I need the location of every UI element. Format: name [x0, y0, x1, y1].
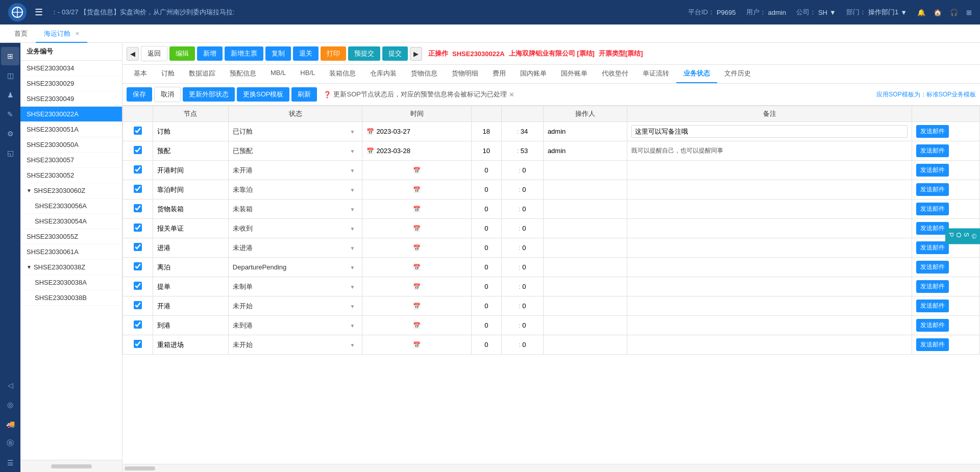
send-email-button[interactable]: 发送邮件: [916, 300, 949, 312]
calendar-icon[interactable]: 📅: [413, 206, 421, 213]
status-select[interactable]: 已预配: [233, 147, 358, 155]
date-cell[interactable]: 📅: [362, 277, 471, 296]
edit-button[interactable]: 编辑: [169, 46, 195, 61]
sub-tab-foreign-bill[interactable]: 国外账单: [554, 65, 595, 83]
sub-tab-fee[interactable]: 费用: [485, 65, 513, 83]
sub-tab-cargo-info[interactable]: 货物信息: [404, 65, 445, 83]
date-cell[interactable]: 📅: [362, 200, 471, 219]
nav-item[interactable]: SHSE23030034: [20, 61, 122, 76]
date-cell[interactable]: 📅: [362, 161, 471, 180]
status-select[interactable]: 未收到: [233, 225, 358, 232]
change-sop-button[interactable]: 更换SOP模板: [237, 87, 289, 102]
nav-item[interactable]: SHSE23030061A: [20, 244, 122, 260]
pre-submit-button[interactable]: 预提交: [348, 46, 380, 61]
date-cell[interactable]: 📅: [362, 180, 471, 200]
status-select[interactable]: 未靠泊: [233, 186, 358, 193]
status-select[interactable]: 未开始: [233, 341, 358, 349]
row-checkbox[interactable]: [134, 320, 142, 329]
nav-item-expandable[interactable]: ▼ SHSE23030060Z: [20, 183, 122, 198]
note-cell[interactable]: [627, 238, 912, 258]
copy-button[interactable]: 复制: [265, 46, 291, 61]
note-cell[interactable]: [627, 277, 912, 296]
sop-tab[interactable]: ©SOP: [945, 228, 980, 244]
sub-tab-track[interactable]: 数据追踪: [182, 65, 223, 83]
cancel-button[interactable]: 取消: [154, 87, 181, 102]
status-select[interactable]: 未装箱: [233, 205, 358, 213]
send-email-button[interactable]: 发送邮件: [916, 338, 949, 351]
bottom-scrollbar[interactable]: [122, 464, 980, 472]
note-input[interactable]: [631, 125, 908, 138]
row-checkbox[interactable]: [134, 282, 142, 290]
company-dropdown-icon[interactable]: ▼: [829, 9, 836, 16]
status-cell[interactable]: DeparturePending: [228, 258, 362, 277]
note-cell[interactable]: [627, 200, 912, 219]
nav-item[interactable]: SHSE23030050A: [20, 137, 122, 153]
nav-item-expandable[interactable]: ▼ SHSE23030038Z: [20, 260, 122, 275]
calendar-icon[interactable]: 📅: [413, 341, 421, 349]
date-cell[interactable]: 📅2023-03-28: [362, 141, 471, 161]
note-cell[interactable]: 既可以提醒自己，也可以提醒同事: [627, 141, 912, 161]
note-cell[interactable]: [627, 316, 912, 335]
note-cell[interactable]: [627, 335, 912, 355]
status-select[interactable]: 未开港: [233, 166, 358, 174]
sub-tab-mbl[interactable]: MB/L: [263, 65, 293, 83]
prev-button[interactable]: ◀: [127, 47, 139, 61]
save-button[interactable]: 保存: [127, 87, 152, 102]
back-button[interactable]: 返回: [141, 46, 167, 61]
date-cell[interactable]: 📅: [362, 296, 471, 316]
status-select[interactable]: 已订舱: [233, 128, 358, 135]
apps-icon[interactable]: ⊞: [966, 9, 972, 16]
print-button[interactable]: 打印: [321, 46, 346, 61]
nav-scrollbar[interactable]: [20, 460, 122, 472]
row-checkbox[interactable]: [134, 127, 142, 135]
icon-bar-settings[interactable]: ⚙: [1, 125, 19, 143]
calendar-icon[interactable]: 📅: [413, 283, 421, 290]
status-cell[interactable]: 已订舱: [228, 122, 362, 141]
send-email-button[interactable]: 发送邮件: [916, 241, 949, 254]
row-checkbox[interactable]: [134, 340, 142, 348]
alert-close-icon[interactable]: ✕: [509, 91, 514, 98]
cancel-customs-button[interactable]: 退关: [293, 46, 318, 61]
sub-tab-cargo-detail[interactable]: 货物明细: [445, 65, 485, 83]
nav-item-child[interactable]: SHSE23030056A: [20, 198, 122, 214]
status-cell[interactable]: 未开始: [228, 296, 362, 316]
status-cell[interactable]: 未到港: [228, 316, 362, 335]
sub-tab-domestic-bill[interactable]: 国内账单: [513, 65, 554, 83]
nav-item-child[interactable]: SHSE23030038B: [20, 290, 122, 306]
send-email-button[interactable]: 发送邮件: [916, 222, 949, 235]
icon-bar-list[interactable]: ☰: [1, 454, 19, 472]
icon-bar-edit[interactable]: ✎: [1, 105, 19, 123]
status-cell[interactable]: 未进港: [228, 238, 362, 258]
nav-item[interactable]: SHSE23030049: [20, 91, 122, 107]
status-cell[interactable]: 未收到: [228, 219, 362, 238]
icon-bar-truck[interactable]: 🚚: [1, 415, 19, 433]
row-checkbox[interactable]: [134, 204, 142, 212]
calendar-icon[interactable]: 📅: [413, 244, 421, 252]
status-cell[interactable]: 未靠泊: [228, 180, 362, 200]
nav-item-active[interactable]: SHSE23030022A: [20, 107, 122, 122]
send-email-button[interactable]: 发送邮件: [916, 319, 949, 332]
send-email-button[interactable]: 发送邮件: [916, 164, 949, 177]
calendar-icon[interactable]: 📅: [413, 322, 421, 329]
icon-bar-circle[interactable]: ◎: [1, 395, 19, 414]
calendar-icon[interactable]: 📅: [413, 264, 421, 271]
menu-icon[interactable]: ☰: [35, 7, 43, 18]
nav-item-child[interactable]: SHSE23030054A: [20, 214, 122, 229]
date-cell[interactable]: 📅: [362, 316, 471, 335]
send-email-button[interactable]: 发送邮件: [916, 183, 949, 196]
sub-tab-preconfig[interactable]: 预配信息: [223, 65, 263, 83]
date-cell[interactable]: 📅: [362, 335, 471, 355]
sub-tab-file-history[interactable]: 文件历史: [717, 65, 758, 83]
calendar-icon[interactable]: 📅: [413, 167, 421, 174]
icon-bar-grid[interactable]: ⊞: [1, 47, 19, 65]
nav-item[interactable]: SHSE23030029: [20, 76, 122, 91]
date-cell[interactable]: 📅: [362, 238, 471, 258]
note-cell[interactable]: [627, 296, 912, 316]
note-cell[interactable]: [627, 219, 912, 238]
status-select[interactable]: 未开始: [233, 302, 358, 310]
home-icon[interactable]: 🏠: [934, 9, 942, 16]
icon-bar-alpha-a[interactable]: ⓐ: [1, 434, 19, 453]
calendar-icon[interactable]: 📅: [413, 303, 421, 310]
calendar-icon[interactable]: 📅: [413, 225, 421, 232]
date-cell[interactable]: 📅: [362, 219, 471, 238]
